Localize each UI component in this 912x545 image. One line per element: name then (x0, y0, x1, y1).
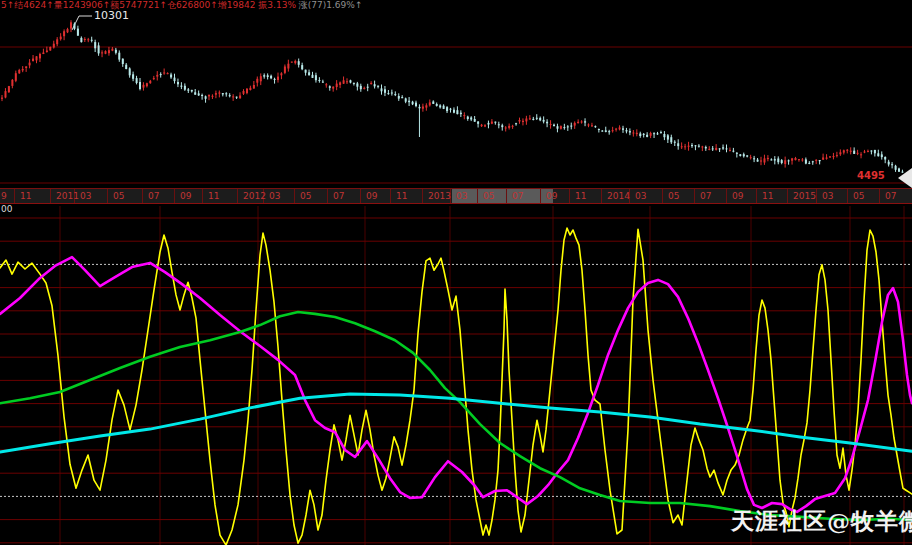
timeline-label[interactable]: 05 (483, 190, 494, 202)
timeline-tick (540, 189, 541, 203)
timeline-label[interactable]: 11 (762, 190, 773, 202)
timeline-label[interactable]: 09 (366, 190, 377, 202)
timeline-label[interactable]: 11 (208, 190, 219, 202)
yellow-fast-line (0, 228, 912, 545)
timeline-tick (390, 189, 391, 203)
timeline-label[interactable]: 07 (148, 190, 159, 202)
timeline-tick (662, 189, 663, 203)
peak-price-label: 10301 (94, 10, 129, 21)
timeline-label[interactable]: 2014 (607, 190, 630, 202)
timeline-tick (477, 189, 478, 203)
timeline-tick (237, 189, 238, 203)
timeline-tick (14, 189, 15, 203)
timeline-label[interactable]: 03 (269, 190, 280, 202)
price-info-change: 涨(77)1.69%↑ (299, 0, 363, 10)
timeline-label[interactable]: 11 (20, 190, 31, 202)
chart-canvas[interactable] (0, 0, 912, 545)
price-info-bar: 5↑结4624↑量1243906↑额5747721↑仓626800↑增19842… (1, 0, 362, 10)
timeline-label[interactable]: 2011 (56, 190, 79, 202)
timeline-tick (294, 189, 295, 203)
last-price-marker-icon (898, 168, 912, 188)
timeline-label[interactable]: 07 (885, 190, 896, 202)
trading-app-window: 5↑结4624↑量1243906↑额5747721↑仓626800↑增19842… (0, 0, 912, 545)
timeline-label[interactable]: 09 (180, 190, 191, 202)
timeline-label[interactable]: 03 (635, 190, 646, 202)
timeline-label[interactable]: 09 (546, 190, 557, 202)
timeline-tick (202, 189, 203, 203)
timeline-tick (694, 189, 695, 203)
timeline-label[interactable]: 2013 (428, 190, 451, 202)
timeline-tick (360, 189, 361, 203)
timeline-tick (816, 189, 817, 203)
watermark-text: 天涯社区@牧羊微博 (731, 506, 912, 537)
indicator-scale-label: 00 (1, 205, 12, 214)
timeline-label[interactable]: 9 (1, 190, 7, 202)
timeline-tick (327, 189, 328, 203)
timeline-tick (142, 189, 143, 203)
price-info-main: 5↑结4624↑量1243906↑额5747721↑仓626800↑增19842… (1, 0, 299, 10)
timeline-label[interactable]: 03 (456, 190, 467, 202)
timeline-tick (107, 189, 108, 203)
timeline-bar[interactable]: 9112011030507091120120305070911201303050… (0, 188, 912, 204)
timeline-label[interactable]: 05 (300, 190, 311, 202)
timeline-label[interactable]: 05 (668, 190, 679, 202)
timeline-label[interactable]: 07 (700, 190, 711, 202)
timeline-tick (174, 189, 175, 203)
timeline-tick (50, 189, 51, 203)
timeline-tick (847, 189, 848, 203)
timeline-tick (879, 189, 880, 203)
last-price-label: 4495 (857, 171, 885, 181)
timeline-label[interactable]: 09 (732, 190, 743, 202)
timeline-label[interactable]: 05 (113, 190, 124, 202)
timeline-tick (601, 189, 602, 203)
timeline-label[interactable]: 03 (822, 190, 833, 202)
timeline-tick (787, 189, 788, 203)
timeline-label[interactable]: 05 (853, 190, 864, 202)
timeline-label[interactable]: 07 (512, 190, 523, 202)
timeline-tick (422, 189, 423, 203)
timeline-tick (506, 189, 507, 203)
timeline-label[interactable]: 11 (575, 190, 586, 202)
timeline-tick (569, 189, 570, 203)
timeline-label[interactable]: 2015 (793, 190, 816, 202)
timeline-label[interactable]: 07 (333, 190, 344, 202)
timeline-label[interactable]: 11 (396, 190, 407, 202)
timeline-tick (726, 189, 727, 203)
timeline-label[interactable]: 2012 (243, 190, 266, 202)
timeline-label[interactable]: 03 (80, 190, 91, 202)
timeline-tick (756, 189, 757, 203)
